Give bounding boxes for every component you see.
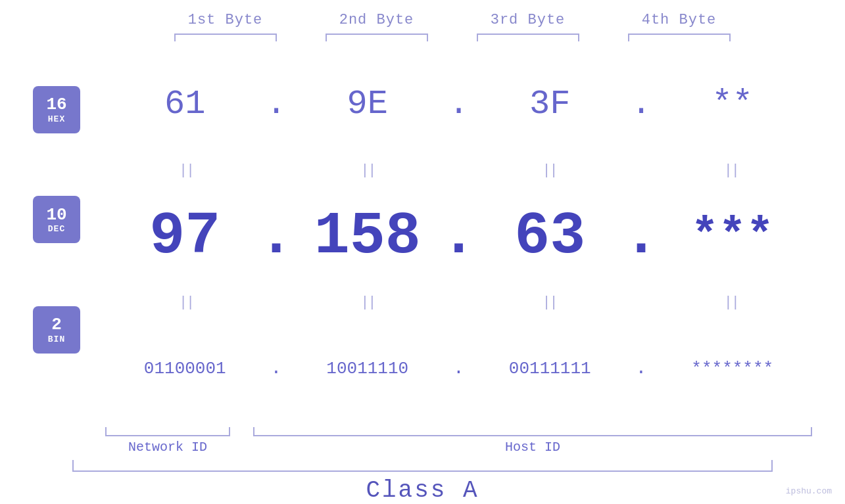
byte-col-2: 2nd Byte [312,12,441,41]
bin-value-2: 10011110 [326,359,408,378]
dec-value-4: *** [691,210,774,262]
data-grid: 61 . 9E . 3F . ** [105,48,812,424]
equals-2-2: || [287,294,448,311]
class-label: Class A [33,477,812,504]
main-container: 1st Byte 2nd Byte 3rd Byte 4th Byte 16 H… [0,0,845,504]
equals-1-1: || [105,162,267,179]
byte-col-4: 4th Byte [615,12,743,41]
byte-col-3: 3rd Byte [464,12,592,41]
dec-cell-2: 158 [288,203,448,270]
hex-dot-2: . [447,85,470,124]
equals-sign-1-2: || [360,162,375,179]
bin-dot-2: . [447,358,470,378]
dec-cell-4: *** [653,210,813,262]
equals-sign-1-4: || [724,162,738,179]
hex-value-1: 61 [164,85,205,124]
hex-value-4: ** [712,85,753,124]
hex-cell-1: 61 [105,85,265,124]
equals-2-1: || [105,294,267,311]
bin-row: 01100001 . 10011110 . 00111111 . [105,312,812,424]
bottom-section: Network ID Host ID Class A [0,424,845,504]
dec-badge-label: DEC [48,224,65,234]
bin-badge-number: 2 [51,315,62,334]
bin-dot-1: . [265,358,288,378]
bracket-top-3 [477,34,579,41]
equals-1-2: || [287,162,448,179]
hex-cell-4: ** [653,85,813,124]
equals-row-1: || || || || [105,160,812,180]
equals-sign-1-3: || [542,162,556,179]
network-bracket [105,427,230,436]
dec-badge: 10 DEC [33,196,80,243]
byte-col-1: 1st Byte [161,12,289,41]
dec-badge-number: 10 [46,206,66,225]
bin-badge: 2 BIN [33,306,80,354]
host-id-label: Host ID [253,440,812,455]
dec-value-2: 158 [314,203,421,270]
bin-value-1: 01100001 [144,359,226,378]
bracket-top-2 [326,34,428,41]
byte-label-4: 4th Byte [642,12,717,28]
bracket-top-4 [628,34,731,41]
equals-sign-2-4: || [724,294,738,311]
bracket-top-1 [174,34,277,41]
dec-cell-1: 97 [105,203,265,270]
bin-cell-1: 01100001 [105,359,265,378]
hex-badge: 16 HEX [33,86,80,133]
equals-2-4: || [650,294,812,311]
hex-badge-label: HEX [48,114,65,124]
byte-label-1: 1st Byte [188,12,263,28]
dec-dot-2: . [447,207,470,266]
hex-badge-number: 16 [46,95,66,114]
dec-cell-3: 63 [470,203,630,270]
bin-cell-3: 00111111 [470,359,630,378]
equals-sign-2-1: || [179,294,193,311]
equals-row-2: || || || || [105,292,812,312]
bin-value-4: ******** [691,359,773,378]
equals-sign-2-2: || [360,294,375,311]
hex-row: 61 . 9E . 3F . ** [105,48,812,160]
byte-label-3: 3rd Byte [491,12,566,28]
equals-1-3: || [469,162,631,179]
bin-value-3: 00111111 [509,359,591,378]
hex-value-3: 3F [529,85,570,124]
equals-sign-2-3: || [542,294,556,311]
bin-cell-4: ******** [653,359,813,378]
bin-badge-label: BIN [48,334,65,344]
main-content: 16 HEX 10 DEC 2 BIN 61 . [0,48,845,424]
class-bracket [72,460,773,472]
header-row: 1st Byte 2nd Byte 3rd Byte 4th Byte [0,12,845,41]
dec-value-3: 63 [514,203,585,270]
host-bracket [253,427,812,436]
dec-dot-1: . [265,207,288,266]
left-badges: 16 HEX 10 DEC 2 BIN [33,48,105,424]
equals-1-4: || [650,162,812,179]
hex-cell-2: 9E [288,85,448,124]
hex-value-2: 9E [347,85,388,124]
dec-row: 97 . 158 . 63 . *** [105,180,812,292]
byte-label-2: 2nd Byte [339,12,414,28]
bin-dot-3: . [630,358,653,378]
dec-dot-3: . [630,207,653,266]
hex-dot-1: . [265,85,288,124]
hex-dot-3: . [630,85,653,124]
equals-2-3: || [469,294,631,311]
watermark: ipshu.com [786,486,832,496]
hex-cell-3: 3F [470,85,630,124]
dec-value-1: 97 [149,203,220,270]
equals-sign-1-1: || [179,162,193,179]
bin-cell-2: 10011110 [288,359,448,378]
network-id-label: Network ID [105,440,230,455]
